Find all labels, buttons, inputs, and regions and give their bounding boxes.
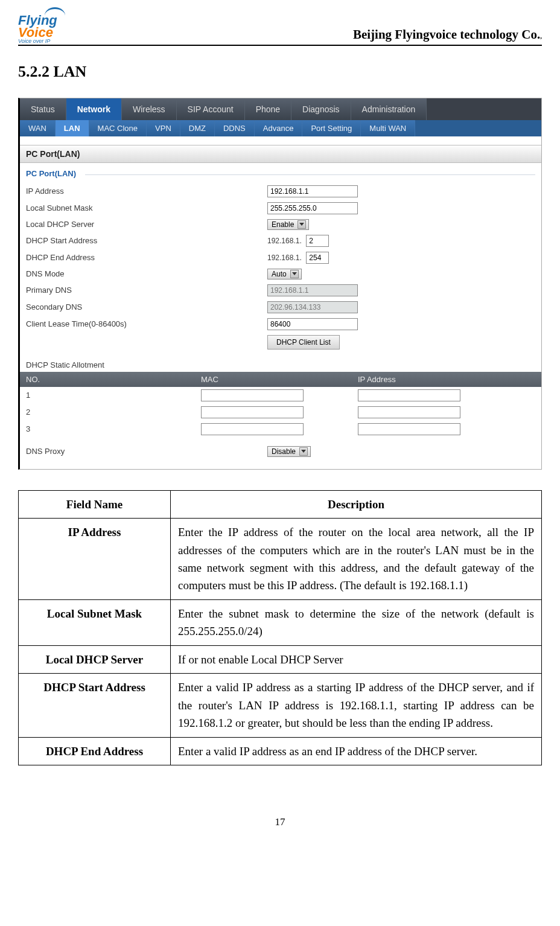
static-row: 3	[20, 421, 541, 438]
dns-proxy-area: DNS Proxy Disable	[20, 438, 541, 469]
router-ui-screenshot: Status Network Wireless SIP Account Phon…	[18, 98, 542, 470]
static-row: 1	[20, 387, 541, 404]
row-dhcp-start: DHCP Start Address 192.168.1.	[26, 232, 535, 249]
tab-administration[interactable]: Administration	[351, 98, 427, 120]
static-mac-input[interactable]	[201, 406, 304, 418]
field-description-table: Field Name Description IP Address Enter …	[18, 490, 542, 765]
label-dns-mode: DNS Mode	[26, 269, 267, 278]
subtab-advance[interactable]: Advance	[255, 120, 303, 136]
input-ip-address[interactable]	[267, 185, 358, 197]
input-dhcp-end[interactable]	[306, 252, 329, 264]
desc-field-text: Enter the subnet mask to determine the s…	[171, 599, 542, 645]
select-dhcp-server[interactable]: Enable	[267, 219, 309, 230]
subtab-multi-wan[interactable]: Multi WAN	[361, 120, 415, 136]
desc-field-name: DHCP End Address	[19, 737, 171, 765]
tab-diagnosis[interactable]: Diagnosis	[291, 98, 351, 120]
company-name: Beijing Flyingvoice technology Co.,	[353, 27, 542, 43]
static-table-header: NO. MAC IP Address	[20, 372, 541, 387]
static-head-ip: IP Address	[352, 372, 541, 387]
label-subnet-mask: Local Subnet Mask	[26, 203, 267, 212]
row-client-list: DHCP Client List	[26, 333, 535, 352]
group-title: PC Port(LAN)	[20, 163, 541, 180]
row-dns-proxy: DNS Proxy Disable	[26, 444, 535, 459]
label-primary-dns: Primary DNS	[26, 286, 267, 295]
label-dhcp-server: Local DHCP Server	[26, 220, 267, 229]
tab-status[interactable]: Status	[20, 98, 66, 120]
subtab-lan[interactable]: LAN	[56, 120, 89, 136]
subtab-wan[interactable]: WAN	[20, 120, 56, 136]
sub-tabs: WAN LAN MAC Clone VPN DMZ DDNS Advance P…	[20, 120, 541, 136]
row-primary-dns: Primary DNS	[26, 282, 535, 299]
static-row-no: 1	[20, 391, 195, 400]
chevron-down-icon	[290, 270, 299, 278]
row-ip-address: IP Address	[26, 183, 535, 200]
tab-phone[interactable]: Phone	[245, 98, 291, 120]
table-row: IP Address Enter the IP address of the r…	[19, 519, 542, 600]
static-row-no: 2	[20, 407, 195, 417]
static-ip-input[interactable]	[358, 406, 460, 418]
label-ip-address: IP Address	[26, 187, 267, 196]
flyingvoice-logo: Flying Voice Voice over IP	[18, 7, 65, 43]
dhcp-client-list-button[interactable]: DHCP Client List	[267, 335, 340, 350]
subtab-ddns[interactable]: DDNS	[215, 120, 255, 136]
table-row: Local Subnet Mask Enter the subnet mask …	[19, 599, 542, 645]
label-dns-proxy: DNS Proxy	[26, 447, 267, 456]
logo-text-bottom: Voice	[18, 27, 65, 39]
static-mac-input[interactable]	[201, 423, 304, 435]
subtab-port-setting[interactable]: Port Setting	[302, 120, 361, 136]
select-dhcp-server-value: Enable	[272, 220, 294, 229]
table-row: DHCP Start Address Enter a valid IP addr…	[19, 674, 542, 737]
dhcp-start-prefix: 192.168.1.	[267, 237, 302, 245]
tab-network[interactable]: Network	[66, 98, 122, 120]
row-dhcp-end: DHCP End Address 192.168.1.	[26, 249, 535, 266]
main-tabs: Status Network Wireless SIP Account Phon…	[20, 98, 541, 120]
select-dns-proxy-value: Disable	[272, 447, 296, 456]
table-row: DHCP End Address Enter a valid IP addres…	[19, 737, 542, 765]
row-lease-time: Client Lease Time(0-86400s)	[26, 316, 535, 333]
page-header: Flying Voice Voice over IP Beijing Flyin…	[18, 7, 542, 46]
input-primary-dns	[267, 284, 358, 296]
desc-field-name: Local Subnet Mask	[19, 599, 171, 645]
static-allotment-title: DHCP Static Allotment	[20, 354, 541, 372]
subtab-mac-clone[interactable]: MAC Clone	[89, 120, 147, 136]
desc-field-text: Enter the IP address of the router on th…	[171, 519, 542, 600]
label-dhcp-start: DHCP Start Address	[26, 236, 267, 245]
desc-field-name: Local DHCP Server	[19, 645, 171, 673]
row-dhcp-server: Local DHCP Server Enable	[26, 217, 535, 232]
input-lease-time[interactable]	[267, 318, 358, 330]
company-text: Beijing Flyingvoice technology Co.	[353, 27, 540, 42]
input-subnet-mask[interactable]	[267, 202, 358, 214]
chevron-down-icon	[299, 447, 308, 456]
label-dhcp-end: DHCP End Address	[26, 253, 267, 262]
select-dns-mode[interactable]: Auto	[267, 269, 302, 279]
section-heading: 5.2.2 LAN	[18, 63, 542, 81]
static-head-mac: MAC	[195, 372, 352, 387]
select-dns-mode-value: Auto	[272, 270, 287, 278]
tab-sip-account[interactable]: SIP Account	[177, 98, 245, 120]
static-row-no: 3	[20, 424, 195, 433]
desc-field-name: IP Address	[19, 519, 171, 600]
dhcp-end-prefix: 192.168.1.	[267, 254, 302, 262]
desc-field-text: If or not enable Local DHCP Server	[171, 645, 542, 673]
input-dhcp-start[interactable]	[306, 235, 329, 247]
select-dns-proxy[interactable]: Disable	[267, 446, 311, 457]
table-row: Local DHCP Server If or not enable Local…	[19, 645, 542, 673]
label-lease-time: Client Lease Time(0-86400s)	[26, 319, 267, 328]
subtab-vpn[interactable]: VPN	[147, 120, 180, 136]
label-secondary-dns: Secondary DNS	[26, 302, 267, 311]
static-mac-input[interactable]	[201, 389, 304, 401]
desc-field-text: Enter a valid IP address as an end IP ad…	[171, 737, 542, 765]
tab-wireless[interactable]: Wireless	[122, 98, 177, 120]
row-dns-mode: DNS Mode Auto	[26, 266, 535, 282]
desc-head-description: Description	[171, 490, 542, 518]
subtab-dmz[interactable]: DMZ	[180, 120, 215, 136]
static-ip-input[interactable]	[358, 423, 460, 435]
static-ip-input[interactable]	[358, 389, 460, 401]
page-number: 17	[18, 816, 542, 840]
desc-field-text: Enter a valid IP address as a starting I…	[171, 674, 542, 737]
row-secondary-dns: Secondary DNS	[26, 299, 535, 316]
row-subnet-mask: Local Subnet Mask	[26, 200, 535, 217]
company-suffix: ,	[540, 33, 542, 40]
logo-tagline: Voice over IP	[18, 39, 65, 43]
desc-field-name: DHCP Start Address	[19, 674, 171, 737]
